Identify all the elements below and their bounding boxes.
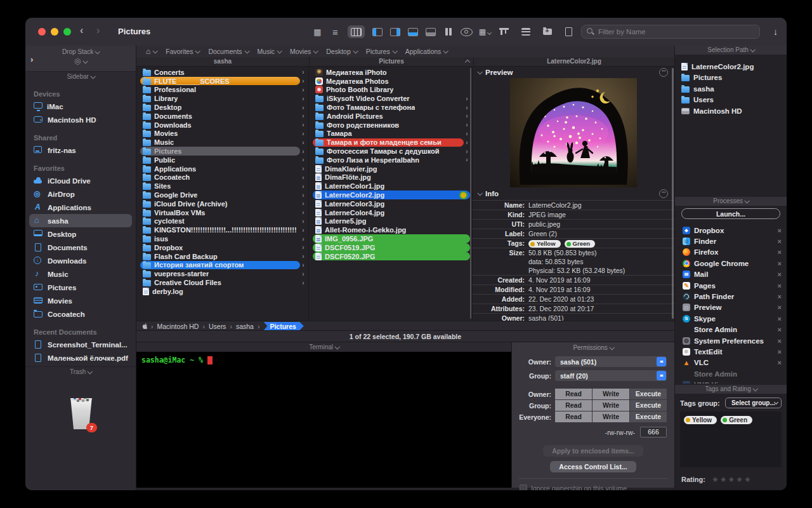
file-row[interactable]: Laterne5.jpg	[309, 217, 472, 226]
process-item[interactable]: Skype	[683, 313, 782, 324]
file-row[interactable]: Professional	[136, 86, 308, 95]
toolbar-button[interactable]	[330, 25, 341, 38]
file-row[interactable]: Applications	[136, 164, 308, 173]
file-row[interactable]: LaterneColor2.jpg	[309, 190, 472, 199]
sidebar-item[interactable]: Screenshot_Terminal...	[25, 338, 136, 351]
quit-process-icon[interactable]	[778, 282, 782, 290]
collapse-column-icon[interactable]	[465, 60, 470, 65]
scrollbar[interactable]	[672, 68, 674, 319]
file-row[interactable]: Тамара и фото младенцев семьи	[309, 138, 472, 147]
file-row[interactable]: vuepress-starter	[136, 269, 308, 278]
quit-process-icon[interactable]	[778, 326, 782, 333]
file-row[interactable]: VirtualBox VMs	[136, 208, 308, 217]
quit-process-icon[interactable]	[778, 315, 782, 323]
sidebar-item[interactable]: Music	[25, 267, 136, 281]
section-options-icon[interactable]	[659, 68, 668, 77]
process-item[interactable]: Preview	[683, 302, 782, 313]
read-toggle[interactable]: Read	[555, 389, 592, 399]
process-item[interactable]: Store Admin	[683, 368, 782, 379]
file-row[interactable]: Creative Cloud Files	[136, 278, 308, 287]
breadcrumb-item[interactable]: ›Pictures	[254, 322, 304, 331]
process-item[interactable]: VLC	[683, 358, 782, 368]
file-row[interactable]: Library	[136, 94, 308, 103]
selection-path-header[interactable]: Selection Path	[675, 46, 787, 55]
favorites-bar-item[interactable]: Applications	[402, 48, 451, 55]
file-row[interactable]: Downloads	[136, 121, 308, 130]
selection-path-item[interactable]: Users	[681, 95, 784, 106]
column-header-sasha[interactable]: sasha	[136, 57, 310, 66]
favorites-bar-item[interactable]: Documents	[205, 48, 251, 55]
favorites-bar-item[interactable]: Desktop	[323, 48, 360, 55]
file-row[interactable]: Cocoatech	[136, 173, 308, 182]
toolbar-button[interactable]	[477, 25, 488, 38]
process-item[interactable]: Finder	[683, 236, 782, 246]
file-row[interactable]: Медиатека iPhoto	[309, 68, 472, 77]
write-toggle[interactable]: Write	[593, 411, 629, 422]
quit-process-icon[interactable]	[778, 293, 782, 300]
apply-enclosed-button[interactable]: Apply to enclosed items...	[543, 445, 643, 457]
sidebar-item[interactable]: sasha	[29, 214, 132, 227]
file-row[interactable]: Photo Booth Library	[309, 86, 472, 95]
favorites-bar-item[interactable]: Favorites	[162, 48, 202, 55]
selection-path-item[interactable]: Pictures	[681, 72, 784, 84]
file-row[interactable]: Android Pictures	[309, 112, 472, 121]
sidebar-item[interactable]: Movies	[25, 294, 136, 307]
file-row[interactable]: KINGSTON!!!!!!!!!!!!!!!...!!!!!!!!!!!!!!…	[136, 225, 308, 234]
toolbar-button[interactable]	[425, 25, 436, 38]
file-row[interactable]: Concerts	[136, 68, 308, 77]
favorites-bar-item[interactable]: Pictures	[363, 48, 400, 55]
sidebar-item[interactable]: Downloads	[25, 254, 136, 267]
process-item[interactable]: Google Chrome	[683, 258, 782, 269]
quit-process-icon[interactable]	[778, 348, 782, 356]
process-item[interactable]: Store Admin	[683, 324, 782, 335]
file-row[interactable]: Public	[136, 156, 308, 164]
group-select[interactable]: staff (20)	[555, 370, 667, 381]
sidebar-header[interactable]: Sidebar	[25, 72, 136, 82]
breadcrumb-item[interactable]: ›sasha	[226, 323, 254, 330]
file-row[interactable]: isus	[136, 234, 308, 243]
owner-select[interactable]: sasha (501)	[555, 356, 667, 367]
sidebar-item[interactable]: Desktop	[25, 227, 136, 241]
terminal-header[interactable]: Terminal	[136, 342, 511, 352]
file-row[interactable]: История занятий спортом	[136, 261, 308, 270]
launch-button[interactable]: Launch...	[681, 208, 780, 219]
favorites-bar-item[interactable]: Movies	[287, 48, 320, 55]
preview-image[interactable]	[510, 78, 637, 187]
acl-button[interactable]: Access Control List...	[550, 461, 636, 472]
info-section-header[interactable]: Info	[473, 187, 674, 199]
sidebar-item[interactable]: iCloud Drive	[25, 174, 136, 187]
file-row[interactable]: Google Drive	[136, 190, 308, 199]
favorites-bar-item[interactable]: Music	[254, 48, 284, 55]
file-row[interactable]: Allet-Romeo-i-Gekko.jpg	[309, 225, 472, 234]
read-toggle[interactable]: Read	[555, 411, 592, 422]
file-row[interactable]: LaterneColor1.jpg	[309, 182, 472, 190]
drop-stack-target-icon[interactable]: ◎	[25, 57, 136, 65]
file-row[interactable]: Flash Card Backup	[136, 252, 308, 261]
toolbar-button[interactable]	[563, 25, 574, 38]
zoom-button[interactable]	[63, 28, 71, 36]
quit-process-icon[interactable]	[778, 304, 782, 311]
file-row[interactable]: Sites	[136, 182, 308, 190]
home-menu[interactable]: ⌂	[143, 48, 160, 55]
toolbar-button[interactable]	[520, 25, 531, 38]
back-button[interactable]: ‹	[80, 25, 83, 36]
selection-path-item[interactable]: LaterneColor2.jpg	[681, 61, 784, 72]
sidebar-item[interactable]: Маленькой ёлочке.pdf	[25, 351, 136, 364]
file-row[interactable]: IMG_0956.JPG	[309, 234, 472, 243]
toolbar-button[interactable]	[390, 25, 400, 38]
process-item[interactable]: Pages	[683, 280, 782, 291]
file-row[interactable]: DimaFlöte.jpg	[309, 173, 472, 182]
apple-menu-icon[interactable]	[141, 322, 148, 330]
file-row[interactable]: iSkysoft Video Converter	[309, 94, 472, 103]
file-row[interactable]: Медиатека Photos	[309, 77, 472, 86]
toolbar-button[interactable]	[443, 25, 454, 38]
breadcrumb-item[interactable]: ›Macintosh HD	[150, 323, 199, 330]
toolbar-button[interactable]	[372, 25, 383, 38]
preview-section-header[interactable]: Preview	[473, 66, 674, 78]
process-item[interactable]: Firefox	[683, 247, 782, 258]
scrollbar[interactable]	[470, 68, 471, 319]
toolbar-button[interactable]	[542, 25, 553, 38]
ignore-ownership-checkbox[interactable]	[520, 485, 527, 490]
file-row[interactable]: Фото Лиза и Hespertalbahn	[309, 156, 472, 164]
file-row[interactable]: DSCF0520.JPG	[309, 252, 472, 261]
